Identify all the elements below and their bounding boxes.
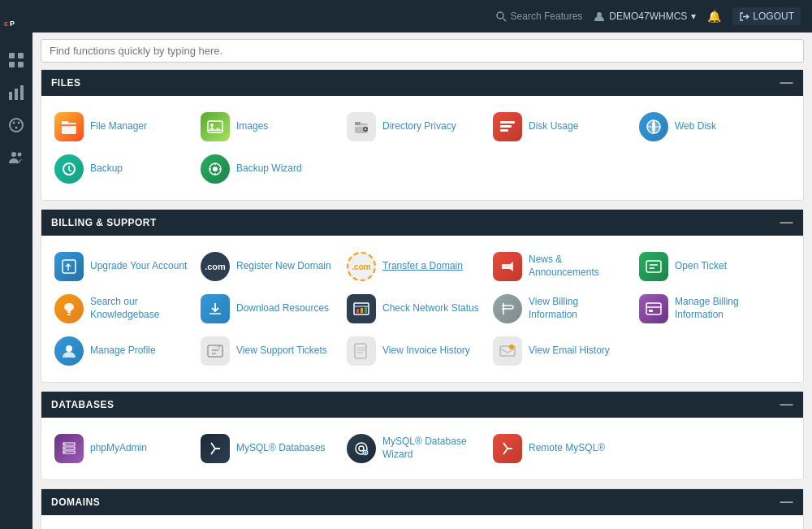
knowledgebase-item[interactable]: Search our Knowledgebase <box>50 288 196 330</box>
databases-section-body: phpMyAdmin MySQL® Databases MySQL® Datab… <box>41 418 803 479</box>
files-section: FILES — File Manager Images <box>41 69 804 201</box>
directory-privacy-item[interactable]: Directory Privacy <box>342 106 488 148</box>
backup-wizard-label: Backup Wizard <box>236 163 302 176</box>
manage-profile-item[interactable]: Manage Profile <box>50 330 196 372</box>
svg-rect-32 <box>646 261 661 272</box>
svg-rect-6 <box>9 92 12 100</box>
disk-usage-item[interactable]: Disk Usage <box>488 106 634 148</box>
svg-point-45 <box>509 345 514 349</box>
svg-point-30 <box>213 167 218 171</box>
directory-privacy-label: Directory Privacy <box>382 120 456 133</box>
logout-button[interactable]: LOGOUT <box>732 7 801 25</box>
svg-rect-18 <box>62 123 76 134</box>
svg-point-9 <box>10 119 23 132</box>
billing-collapse-icon[interactable]: — <box>780 215 794 230</box>
backup-item[interactable]: Backup <box>50 148 196 190</box>
email-history-item[interactable]: View Email History <box>488 330 634 372</box>
svg-rect-3 <box>18 53 24 59</box>
bell-icon[interactable]: 🔔 <box>707 10 721 23</box>
domains-section-title: DOMAINS <box>51 496 100 508</box>
grid-icon[interactable] <box>3 47 29 73</box>
file-manager-item[interactable]: File Manager <box>50 106 196 148</box>
mysql-wizard-label: MySQL® Database Wizard <box>382 436 483 461</box>
backup-wizard-item[interactable]: Backup Wizard <box>196 148 342 190</box>
disk-usage-label: Disk Usage <box>529 120 578 133</box>
domains-section: DOMAINS — .com Addon Domains sub. <box>41 488 804 529</box>
file-manager-label: File Manager <box>90 120 147 133</box>
header-search[interactable]: Search Features <box>496 11 583 22</box>
view-billing-item[interactable]: View Billing Information <box>488 288 634 330</box>
svg-point-10 <box>13 122 15 124</box>
billing-support-section: BILLING & SUPPORT — Upgrade Your Account… <box>41 209 804 383</box>
upgrade-account-item[interactable]: Upgrade Your Account <box>50 245 196 288</box>
invoice-history-label: View Invoice History <box>382 345 470 358</box>
invoice-history-item[interactable]: View Invoice History <box>342 330 488 372</box>
transfer-domain-label: Transfer a Domain <box>382 260 463 273</box>
images-item[interactable]: Images <box>196 106 342 148</box>
mysql-label: MySQL® Databases <box>236 442 326 455</box>
databases-collapse-icon[interactable]: — <box>780 397 794 412</box>
databases-section-title: DATABASES <box>51 399 114 410</box>
svg-rect-23 <box>355 122 361 125</box>
web-disk-item[interactable]: Web Disk <box>634 106 780 148</box>
news-announcements-item[interactable]: News & Announcements <box>488 245 634 288</box>
subdomains-item[interactable]: sub. Subdomains <box>196 525 342 529</box>
manage-billing-label: Manage Billing Information <box>675 296 775 321</box>
redirects-item[interactable]: .com Redirects <box>488 525 634 529</box>
svg-point-14 <box>18 153 22 157</box>
svg-rect-4 <box>9 62 15 67</box>
mysql-wizard-item[interactable]: MySQL® Database Wizard <box>342 427 488 470</box>
upgrade-account-label: Upgrade Your Account <box>90 260 187 273</box>
sidebar: c P <box>0 0 32 529</box>
open-ticket-item[interactable]: Open Ticket <box>634 245 780 288</box>
open-ticket-label: Open Ticket <box>675 260 727 273</box>
svg-rect-39 <box>649 310 653 312</box>
phpmyadmin-item[interactable]: phpMyAdmin <box>50 427 196 470</box>
svg-rect-27 <box>500 129 508 132</box>
users-icon[interactable] <box>3 145 29 171</box>
support-tickets-item[interactable]: ? View Support Tickets <box>196 330 342 372</box>
header-username: DEMO47WHMCS <box>609 11 687 22</box>
remote-mysql-item[interactable]: Remote MySQL® <box>488 427 634 470</box>
svg-text:?: ? <box>217 345 221 352</box>
aliases-item[interactable]: .com ! Aliases <box>342 525 488 529</box>
manage-profile-label: Manage Profile <box>90 345 156 358</box>
zone-editor-item[interactable]: DNS Simple Zone Editor <box>634 525 780 529</box>
logout-label: LOGOUT <box>753 11 794 22</box>
download-resources-item[interactable]: Download Resources <box>196 288 342 330</box>
svg-rect-2 <box>9 53 15 59</box>
svg-point-46 <box>64 444 66 445</box>
register-domain-item[interactable]: .com Register New Domain <box>196 245 342 288</box>
svg-point-48 <box>64 452 66 453</box>
billing-section-title: BILLING & SUPPORT <box>51 217 157 228</box>
cpanel-logo: c P <box>2 8 31 37</box>
domains-section-header: DOMAINS — <box>41 489 803 515</box>
domains-collapse-icon[interactable]: — <box>780 495 794 509</box>
manage-billing-item[interactable]: Manage Billing Information <box>634 288 780 330</box>
addon-domains-item[interactable]: .com Addon Domains <box>50 525 196 529</box>
header-user[interactable]: DEMO47WHMCS ▾ <box>594 11 696 22</box>
mysql-item[interactable]: MySQL® Databases <box>196 427 342 470</box>
transfer-domain-item[interactable]: .com Transfer a Domain <box>342 245 488 288</box>
domains-section-body: .com Addon Domains sub. Subdomains <box>41 515 803 529</box>
knowledgebase-label: Search our Knowledgebase <box>90 296 191 321</box>
files-section-title: FILES <box>51 77 81 89</box>
palette-icon[interactable] <box>3 112 29 138</box>
header: Search Features DEMO47WHMCS ▾ 🔔 LOGOUT <box>32 0 812 33</box>
svg-rect-5 <box>18 62 24 67</box>
svg-line-16 <box>503 18 506 21</box>
register-domain-label: Register New Domain <box>236 260 331 273</box>
main-area: Search Features DEMO47WHMCS ▾ 🔔 LOGOUT F… <box>32 0 812 529</box>
content-area: FILES — File Manager Images <box>32 69 812 529</box>
network-status-item[interactable]: Check Network Status <box>342 288 488 330</box>
files-section-header: FILES — <box>41 70 803 96</box>
svg-point-12 <box>15 127 18 129</box>
web-disk-label: Web Disk <box>675 120 716 133</box>
chart-icon[interactable] <box>3 80 29 106</box>
svg-rect-8 <box>20 85 24 100</box>
svg-point-40 <box>66 345 72 352</box>
quick-search-input[interactable] <box>41 39 804 63</box>
files-collapse-icon[interactable]: — <box>780 76 794 90</box>
svg-point-11 <box>18 122 20 124</box>
databases-section: DATABASES — phpMyAdmin MySQL® Databases <box>41 391 804 480</box>
